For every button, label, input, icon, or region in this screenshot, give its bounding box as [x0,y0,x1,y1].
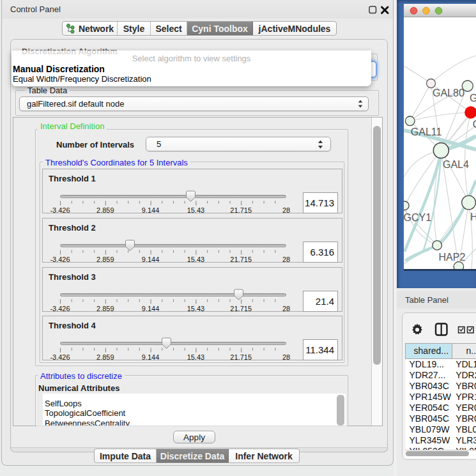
svg-text:GCY1: GCY1 [404,212,431,223]
svg-text:H: H [470,211,476,222]
svg-text:GA: GA [470,93,476,104]
svg-text:GAL80: GAL80 [433,88,464,98]
svg-text:GAL11: GAL11 [411,127,442,137]
svg-text:HAP2: HAP2 [439,252,466,263]
svg-text:CY: CY [473,119,476,130]
svg-text:GAL4: GAL4 [443,159,469,170]
